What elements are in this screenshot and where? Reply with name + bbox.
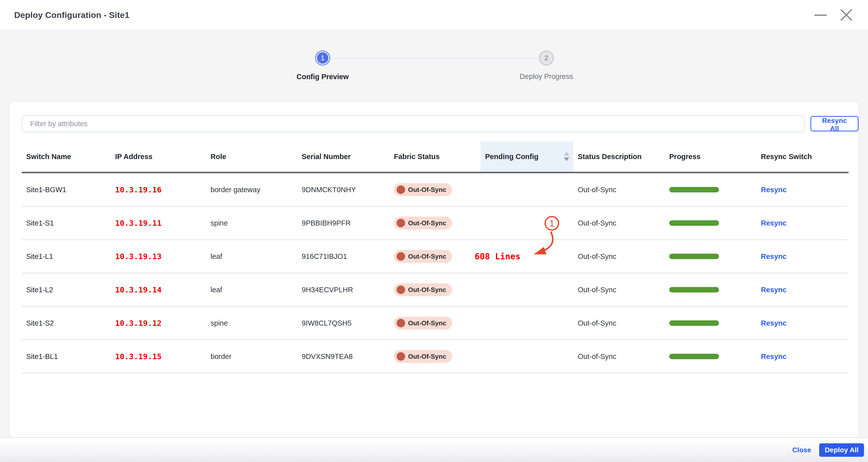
cell-status-description: Out-of-Sync bbox=[573, 186, 665, 194]
cell-pending-config bbox=[480, 352, 573, 361]
cell-pending-config: 608 Lines bbox=[480, 252, 573, 261]
progress-bar bbox=[669, 220, 719, 226]
progress-bar bbox=[669, 254, 719, 259]
table-row: Site1-BGW1 10.3.19.16 border gateway 9DN… bbox=[22, 173, 848, 207]
column-header-pending-config[interactable]: Pending Config bbox=[480, 141, 573, 172]
cell-progress bbox=[665, 320, 756, 326]
cell-serial-number: 9H34ECVPLHR bbox=[297, 286, 390, 294]
cell-fabric-status: Out-Of-Sync bbox=[390, 350, 480, 363]
step-deploy-progress: 2 Deploy Progress bbox=[520, 51, 573, 81]
progress-bar bbox=[669, 354, 719, 359]
cell-ip-address: 10.3.19.16 bbox=[111, 185, 206, 194]
table-header-row: Switch Name IP Address Role Serial Numbe… bbox=[22, 141, 848, 173]
table-row: Site1-L2 10.3.19.14 leaf 9H34ECVPLHR Out… bbox=[22, 273, 848, 307]
cell-serial-number: 9IW8CL7QSH5 bbox=[297, 319, 390, 327]
cell-progress bbox=[665, 220, 756, 226]
cell-ip-address: 10.3.19.15 bbox=[111, 352, 206, 361]
cell-role: spine bbox=[206, 319, 297, 327]
resync-link[interactable]: Resync bbox=[761, 186, 786, 194]
cell-role: border gateway bbox=[206, 186, 297, 194]
cell-resync: Resync bbox=[756, 319, 848, 327]
wizard-stepper: 1 Config Preview 2 Deploy Progress bbox=[0, 30, 868, 101]
status-dot-icon bbox=[397, 286, 405, 294]
status-dot-icon bbox=[397, 219, 405, 227]
pending-config-link[interactable]: 608 Lines bbox=[475, 252, 521, 261]
fabric-status-label: Out-Of-Sync bbox=[408, 253, 446, 260]
cell-status-description: Out-of-Sync bbox=[573, 253, 665, 261]
step-2-label: Deploy Progress bbox=[520, 72, 573, 81]
step-1-label: Config Preview bbox=[297, 73, 349, 81]
cell-ip-address: 10.3.19.13 bbox=[111, 252, 206, 261]
cell-progress bbox=[665, 354, 756, 359]
fabric-status-label: Out-Of-Sync bbox=[408, 353, 446, 360]
resync-link[interactable]: Resync bbox=[761, 253, 786, 260]
table-body: Site1-BGW1 10.3.19.16 border gateway 9DN… bbox=[22, 173, 848, 373]
cell-resync: Resync bbox=[756, 219, 848, 227]
resync-all-button[interactable]: Resync All bbox=[810, 116, 859, 131]
table-row: Site1-S2 10.3.19.12 spine 9IW8CL7QSH5 Ou… bbox=[22, 307, 848, 340]
fabric-status-badge: Out-Of-Sync bbox=[394, 183, 452, 196]
progress-bar bbox=[669, 320, 719, 326]
switch-table: Switch Name IP Address Role Serial Numbe… bbox=[22, 141, 848, 373]
fabric-status-badge: Out-Of-Sync bbox=[394, 250, 452, 263]
table-row: Site1-BL1 10.3.19.15 border 9DVXSN9TEA8 … bbox=[22, 340, 848, 373]
cell-resync: Resync bbox=[756, 353, 848, 361]
cell-switch-name: Site1-L1 bbox=[22, 253, 111, 261]
column-header-progress[interactable]: Progress bbox=[665, 141, 756, 172]
cell-fabric-status: Out-Of-Sync bbox=[390, 283, 480, 296]
filter-input[interactable] bbox=[22, 115, 804, 132]
stepper-connector bbox=[331, 58, 539, 59]
column-header-fabric-status[interactable]: Fabric Status bbox=[390, 141, 480, 172]
cell-switch-name: Site1-S1 bbox=[22, 219, 111, 227]
column-header-switch-name[interactable]: Switch Name bbox=[22, 141, 111, 172]
cell-progress bbox=[665, 254, 756, 259]
cell-ip-address: 10.3.19.11 bbox=[111, 219, 206, 228]
fabric-status-badge: Out-Of-Sync bbox=[394, 350, 452, 363]
cell-role: leaf bbox=[206, 253, 297, 261]
column-header-ip-address[interactable]: IP Address bbox=[111, 141, 206, 172]
progress-bar bbox=[669, 287, 719, 293]
cell-status-description: Out-of-Sync bbox=[573, 286, 665, 294]
resync-link[interactable]: Resync bbox=[761, 353, 786, 360]
column-header-role[interactable]: Role bbox=[206, 141, 297, 172]
step-1-circle-icon: 1 bbox=[315, 51, 330, 65]
sort-icon[interactable] bbox=[564, 152, 569, 161]
cell-pending-config bbox=[480, 285, 573, 295]
resync-link[interactable]: Resync bbox=[761, 219, 786, 227]
cell-serial-number: 916C71IBJO1 bbox=[297, 253, 390, 261]
cell-progress bbox=[665, 287, 756, 293]
dialog-header: Deploy Configuration - Site1 bbox=[0, 0, 868, 30]
pending-config-header-label: Pending Config bbox=[485, 153, 538, 161]
close-button[interactable]: Close bbox=[792, 446, 811, 454]
table-row: Site1-S1 10.3.19.11 spine 9PBBIBH9PFR Ou… bbox=[22, 207, 848, 240]
cell-serial-number: 9PBBIBH9PFR bbox=[297, 219, 390, 227]
fabric-status-label: Out-Of-Sync bbox=[408, 286, 446, 294]
status-dot-icon bbox=[397, 319, 405, 327]
progress-bar bbox=[669, 187, 719, 192]
cell-resync: Resync bbox=[756, 286, 848, 294]
content-card: Resync All Switch Name IP Address Role S… bbox=[9, 101, 859, 437]
deploy-configuration-dialog: Deploy Configuration - Site1 1 Config Pr… bbox=[0, 0, 868, 462]
column-header-status-description[interactable]: Status Description bbox=[573, 141, 665, 172]
resync-link[interactable]: Resync bbox=[761, 319, 786, 327]
cell-switch-name: Site1-L2 bbox=[22, 286, 111, 294]
cell-pending-config bbox=[480, 218, 573, 228]
cell-pending-config bbox=[480, 318, 573, 328]
cell-progress bbox=[665, 187, 756, 192]
minimize-icon[interactable] bbox=[814, 8, 827, 22]
fabric-status-badge: Out-Of-Sync bbox=[394, 283, 452, 296]
column-header-resync-switch[interactable]: Resync Switch bbox=[756, 141, 848, 172]
cell-pending-config bbox=[480, 185, 573, 195]
cell-switch-name: Site1-BGW1 bbox=[22, 186, 111, 194]
deploy-all-button[interactable]: Deploy All bbox=[819, 443, 864, 457]
resync-link[interactable]: Resync bbox=[761, 286, 786, 294]
cell-role: border bbox=[206, 353, 297, 361]
status-dot-icon bbox=[397, 252, 405, 261]
fabric-status-badge: Out-Of-Sync bbox=[394, 217, 452, 230]
cell-fabric-status: Out-Of-Sync bbox=[390, 250, 480, 263]
cell-switch-name: Site1-S2 bbox=[22, 319, 111, 327]
close-icon[interactable] bbox=[840, 9, 852, 21]
cell-status-description: Out-of-Sync bbox=[573, 319, 665, 327]
column-header-serial-number[interactable]: Serial Number bbox=[297, 141, 390, 172]
fabric-status-label: Out-Of-Sync bbox=[408, 219, 446, 227]
